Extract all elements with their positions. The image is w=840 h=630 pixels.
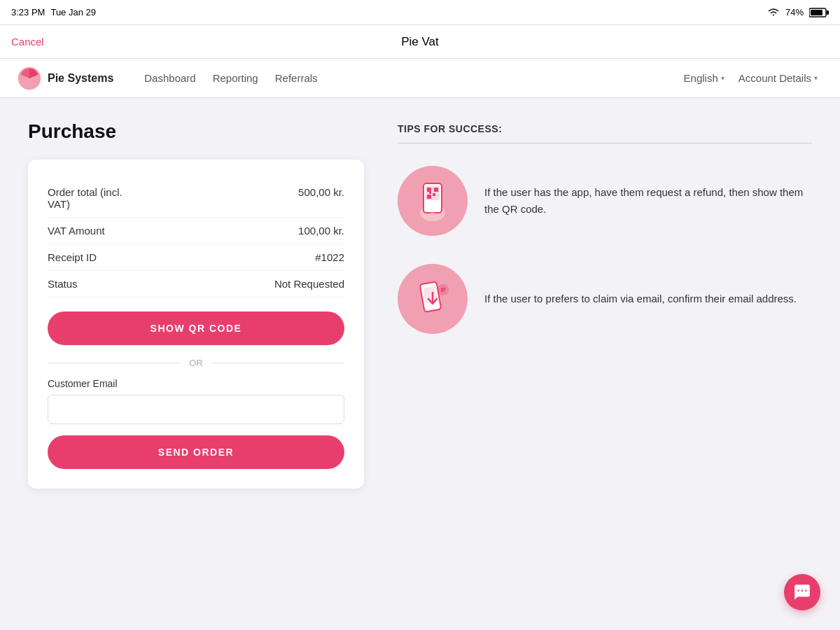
email-phone-icon: [408, 274, 457, 323]
purchase-card: Order total (incl. VAT) 500,00 kr. VAT A…: [28, 160, 364, 489]
svg-rect-1: [811, 10, 822, 15]
svg-rect-8: [434, 188, 438, 192]
cancel-button[interactable]: Cancel: [11, 36, 44, 48]
left-panel: Purchase Order total (incl. VAT) 500,00 …: [28, 120, 364, 608]
account-dropdown[interactable]: Account Details ▾: [733, 69, 823, 87]
svg-rect-11: [429, 192, 431, 194]
customer-email-input[interactable]: [48, 395, 344, 424]
account-chevron-icon: ▾: [814, 74, 818, 82]
order-row-receipt: Receipt ID #1022: [48, 244, 344, 271]
svg-rect-10: [433, 193, 435, 196]
nav-dashboard[interactable]: Dashboard: [144, 72, 195, 84]
brand-logo: [17, 66, 42, 91]
order-total-value: 500,00 kr.: [298, 186, 344, 198]
tips-title: TIPS FOR SUCCESS:: [398, 123, 812, 134]
tip-icon-qr: [398, 166, 468, 236]
page-title: Purchase: [28, 120, 364, 143]
status-bar: 3:23 PM Tue Jan 29 74%: [0, 0, 840, 25]
time: 3:23 PM: [11, 7, 45, 18]
tip-item-1: If the user has the app, have them reque…: [398, 166, 812, 236]
date: Tue Jan 29: [50, 7, 96, 18]
svg-rect-2: [827, 10, 829, 15]
order-row-total: Order total (incl. VAT) 500,00 kr.: [48, 179, 344, 218]
send-order-button[interactable]: SEND ORDER: [48, 435, 344, 469]
language-dropdown[interactable]: English ▾: [678, 69, 730, 87]
tip-icon-email: [398, 264, 468, 334]
tip-item-2: If the user to prefers to claim via emai…: [398, 264, 812, 334]
wifi-icon: [767, 8, 780, 18]
status-bar-right: 74%: [767, 7, 829, 18]
or-line-left: [48, 363, 181, 363]
nav-referrals[interactable]: Referrals: [275, 72, 318, 84]
battery-level: 74%: [785, 7, 804, 18]
or-divider: OR: [48, 358, 344, 368]
or-label: OR: [189, 358, 203, 368]
main-content: Purchase Order total (incl. VAT) 500,00 …: [0, 98, 840, 630]
order-row-vat: VAT Amount 100,00 kr.: [48, 218, 344, 244]
customer-email-label: Customer Email: [48, 378, 344, 389]
vat-amount-label: VAT Amount: [48, 225, 105, 237]
nav-right: English ▾ Account Details ▾: [678, 69, 823, 87]
nav-reporting[interactable]: Reporting: [213, 72, 258, 84]
chat-icon: [793, 583, 811, 601]
order-total-label: Order total (incl.: [48, 186, 122, 198]
tip-text-2: If the user to prefers to claim via emai…: [484, 290, 797, 307]
status-bar-left: 3:23 PM Tue Jan 29: [11, 7, 96, 18]
svg-rect-9: [427, 195, 431, 199]
order-total-label2: VAT): [48, 198, 122, 210]
status-label: Status: [48, 278, 78, 290]
show-qr-button[interactable]: SHOW QR CODE: [48, 312, 344, 345]
title-bar: Cancel Pie Vat: [0, 25, 840, 59]
tip-text-1: If the user has the app, have them reque…: [484, 184, 812, 218]
chat-bubble-button[interactable]: [784, 574, 820, 610]
battery-icon: [809, 8, 829, 18]
brand: Pie Systems: [17, 66, 113, 91]
language-label: English: [684, 72, 718, 84]
receipt-id-value: #1022: [315, 251, 344, 263]
svg-rect-7: [427, 188, 431, 192]
or-line-right: [211, 363, 344, 363]
navbar: Pie Systems Dashboard Reporting Referral…: [0, 59, 840, 98]
tips-divider: [398, 143, 812, 144]
language-chevron-icon: ▾: [721, 74, 724, 82]
right-panel: TIPS FOR SUCCESS:: [398, 120, 812, 608]
status-value: Not Requested: [274, 278, 344, 290]
account-label: Account Details: [738, 72, 811, 84]
order-row-status: Status Not Requested: [48, 271, 344, 298]
receipt-id-label: Receipt ID: [48, 251, 97, 263]
vat-amount-value: 100,00 kr.: [298, 225, 344, 237]
brand-name: Pie Systems: [48, 72, 113, 85]
qr-phone-icon: [408, 176, 457, 225]
nav-links: Dashboard Reporting Referrals: [144, 72, 655, 84]
page-title-bar: Pie Vat: [401, 35, 439, 49]
